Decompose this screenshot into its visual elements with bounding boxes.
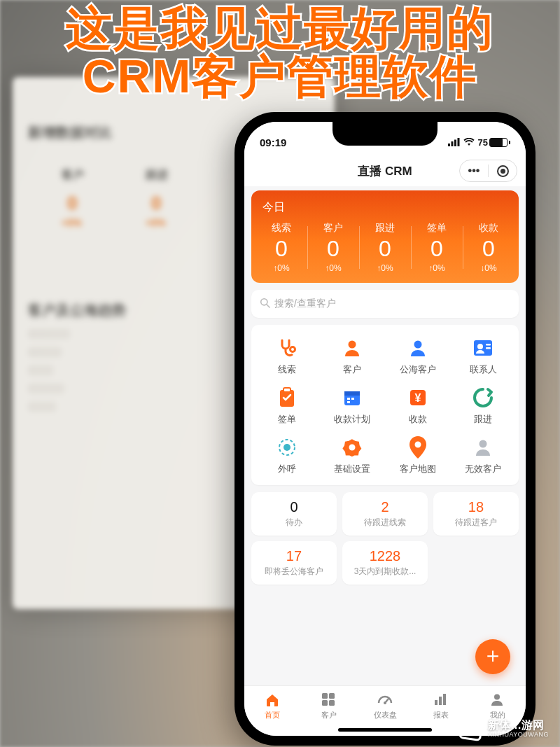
module-label: 外呼 xyxy=(278,463,296,475)
watermark-subtitle: XINHUAYOUWANG xyxy=(488,732,549,738)
bg-val: 0 xyxy=(151,193,161,214)
bg-pct: +0% xyxy=(146,217,165,228)
today-stats-card: 今日 线索0↑0%客户0↑0%跟进0↑0%签单0↑0%收款0↓0% xyxy=(251,190,519,283)
tile-todo[interactable]: 0待办 xyxy=(251,492,337,536)
tile-number: 2 xyxy=(381,499,388,515)
task-tiles: 0待办2待跟进线索18待跟进客户17即将丢公海客户12283天内到期收款... xyxy=(251,492,519,585)
tab-customers[interactable]: 客户 xyxy=(300,686,356,726)
house-icon xyxy=(265,692,280,708)
stat-签单[interactable]: 签单0↑0% xyxy=(411,222,463,273)
svg-point-7 xyxy=(349,341,356,349)
svg-point-25 xyxy=(349,445,356,451)
tile-label: 3天内到期收款... xyxy=(354,566,416,578)
tile-leads-due[interactable]: 2待跟进线索 xyxy=(342,492,428,536)
svg-rect-2 xyxy=(454,139,456,146)
module-payment[interactable]: ¥收款 xyxy=(385,386,451,426)
tab-home[interactable]: 首页 xyxy=(244,686,300,726)
search-input[interactable]: 搜索/查重客户 xyxy=(251,290,519,318)
svg-point-6 xyxy=(290,347,295,352)
stat-跟进[interactable]: 跟进0↑0% xyxy=(359,222,411,273)
stethoscope-icon xyxy=(275,336,299,360)
chart-icon xyxy=(433,692,449,708)
svg-rect-1 xyxy=(451,141,453,146)
tile-pay-3d[interactable]: 12283天内到期收款... xyxy=(342,541,428,585)
pin-icon xyxy=(406,435,430,459)
module-sea[interactable]: 公海客户 xyxy=(385,336,451,376)
stat-label: 线索 xyxy=(255,222,307,235)
module-label: 无效客户 xyxy=(465,463,501,475)
stat-delta: ↑0% xyxy=(307,263,359,273)
bg-heading: 客户及公海趋势 xyxy=(28,301,126,320)
svg-rect-18 xyxy=(351,398,354,400)
tab-label: 仪表盘 xyxy=(374,710,397,720)
wifi-icon xyxy=(463,137,475,148)
stat-value: 0 xyxy=(255,236,307,262)
tile-label: 待办 xyxy=(286,517,302,529)
module-label: 客户地图 xyxy=(400,463,436,475)
bg-col: 跟进 xyxy=(146,168,168,183)
svg-rect-28 xyxy=(322,693,328,699)
svg-rect-14 xyxy=(284,388,290,392)
tile-number: 17 xyxy=(286,548,302,564)
module-leads[interactable]: 线索 xyxy=(254,336,320,376)
yen-icon: ¥ xyxy=(406,386,430,410)
status-time: 09:19 xyxy=(260,137,286,148)
app-title: 直播 CRM xyxy=(358,163,412,179)
svg-line-33 xyxy=(385,699,388,703)
module-orders[interactable]: 签单 xyxy=(254,386,320,426)
stat-客户[interactable]: 客户0↑0% xyxy=(307,222,359,273)
tile-label: 即将丢公海客户 xyxy=(265,566,323,578)
svg-rect-16 xyxy=(344,391,360,396)
bg-heading: 新增数据对比 xyxy=(28,123,112,142)
clipboard-icon xyxy=(275,386,299,410)
phone-screen: 09:19 75 直播 CRM ••• xyxy=(244,122,526,736)
module-payplan[interactable]: 收款计划 xyxy=(320,386,386,426)
svg-rect-17 xyxy=(347,398,350,400)
watermark-logo-icon xyxy=(458,716,484,741)
module-follow[interactable]: 跟进 xyxy=(451,386,517,426)
module-label: 公海客户 xyxy=(400,364,436,376)
module-customers[interactable]: 客户 xyxy=(320,336,386,376)
stat-value: 0 xyxy=(411,236,463,262)
svg-rect-12 xyxy=(486,347,491,349)
capsule-close-button[interactable] xyxy=(489,160,517,181)
module-call[interactable]: 外呼 xyxy=(254,435,320,475)
watermark: 新体…游网 XINHUAYOUWANG xyxy=(460,718,549,740)
module-label: 联系人 xyxy=(470,364,497,376)
stat-线索[interactable]: 线索0↑0% xyxy=(255,222,307,273)
add-fab-button[interactable]: ＋ xyxy=(475,639,510,674)
tile-cust-due[interactable]: 18待跟进客户 xyxy=(433,492,519,536)
svg-point-8 xyxy=(414,341,421,349)
stat-value: 0 xyxy=(307,236,359,262)
target-icon xyxy=(497,165,509,177)
person-icon xyxy=(471,435,495,459)
plus-icon: ＋ xyxy=(482,643,503,666)
module-contacts[interactable]: 联系人 xyxy=(451,336,517,376)
grid-icon xyxy=(321,692,337,708)
tile-number: 18 xyxy=(468,499,484,515)
search-placeholder: 搜索/查重客户 xyxy=(274,298,336,310)
module-settings[interactable]: 基础设置 xyxy=(320,435,386,475)
contact-icon xyxy=(471,336,495,360)
home-indicator xyxy=(338,728,432,732)
today-label: 今日 xyxy=(255,200,514,215)
tab-label: 客户 xyxy=(321,710,337,720)
stat-delta: ↑0% xyxy=(411,263,463,273)
stat-收款[interactable]: 收款0↓0% xyxy=(463,222,514,273)
module-label: 收款计划 xyxy=(334,414,370,426)
module-label: 签单 xyxy=(278,414,296,426)
tile-sea-soon[interactable]: 17即将丢公海客户 xyxy=(251,541,337,585)
capsule-menu-button[interactable]: ••• xyxy=(460,160,488,181)
module-label: 跟进 xyxy=(474,414,492,426)
stat-label: 签单 xyxy=(411,222,463,235)
battery-indicator: 75 xyxy=(478,137,510,148)
svg-point-27 xyxy=(479,440,487,448)
stat-delta: ↓0% xyxy=(463,263,514,273)
tab-dashboard[interactable]: 仪表盘 xyxy=(357,686,413,726)
svg-rect-31 xyxy=(329,700,335,706)
person-icon xyxy=(406,336,430,360)
svg-point-37 xyxy=(494,694,500,699)
bg-col: 客户 xyxy=(62,168,84,183)
module-map[interactable]: 客户地图 xyxy=(385,435,451,475)
module-invalid[interactable]: 无效客户 xyxy=(451,435,517,475)
